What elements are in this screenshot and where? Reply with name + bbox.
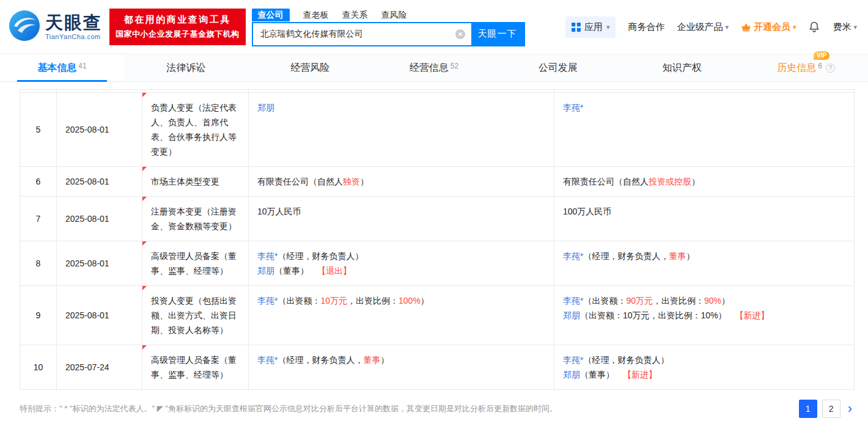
- cell-line: 李莼*（经理，财务负责人）: [563, 353, 845, 367]
- chevron-down-icon: ▾: [793, 23, 796, 31]
- change-date-cell: 2025-07-24: [57, 345, 142, 390]
- change-item-cell: 高级管理人员备案（董事、监事、经理等）: [142, 241, 249, 286]
- tab-operation-info[interactable]: 经营信息52: [372, 54, 496, 81]
- user-name: 费米: [833, 21, 851, 33]
- cell-text: 100%: [399, 296, 421, 306]
- change-item-text: 投资人变更（包括出资额、出资方式、出资日期、投资人名称等）: [151, 296, 237, 335]
- tab-count: 6: [818, 62, 822, 70]
- cell-text: （出资额：10万元，出资比例：10%）: [580, 310, 735, 320]
- corner-mark-icon: [142, 241, 147, 246]
- cell-text: ，出资比例：: [653, 296, 704, 306]
- cell-text: （董事）: [274, 266, 317, 276]
- change-item-cell: 注册资本变更（注册资金、资金数额等变更）: [142, 197, 249, 241]
- row-number-cell: 10: [20, 345, 57, 390]
- next-page-button[interactable]: ›: [845, 400, 855, 418]
- change-item-cell: 高级管理人员备案（董事、监事、经理等）: [142, 345, 249, 390]
- chevron-down-icon: ▾: [725, 23, 729, 31]
- before-change-cell: 李莼*（经理，财务负责人）郑朋（董事） 【退出】: [249, 241, 554, 286]
- search-button[interactable]: 天眼一下: [471, 23, 524, 45]
- search-tab-risk[interactable]: 查风险: [381, 9, 407, 21]
- tab-development[interactable]: 公司发展: [496, 54, 620, 81]
- table-row: 62025-08-01市场主体类型变更有限责任公司（自然人独资）有限责任公司（自…: [20, 167, 855, 197]
- logo-brand: 天眼查: [45, 13, 102, 32]
- cell-line: 李莼*（经理，财务负责人）: [257, 249, 545, 263]
- user-menu[interactable]: 费米 ▾: [833, 21, 857, 33]
- tab-label: 知识产权: [663, 62, 702, 75]
- search-input-wrap: [253, 23, 471, 45]
- entity-link[interactable]: 郑朋: [563, 310, 580, 320]
- before-change-cell: 李莼*（出资额：10万元，出资比例：100%）: [249, 286, 554, 345]
- cell-line: 100万人民币: [563, 204, 845, 219]
- change-item-text: 高级管理人员备案（董事、监事、经理等）: [151, 251, 237, 276]
- entity-link[interactable]: 李莼*: [563, 251, 583, 261]
- tab-operation-risk[interactable]: 经营风险: [248, 54, 372, 81]
- tab-history[interactable]: 历史信息VIP6?: [744, 54, 868, 81]
- tab-label: 经营信息: [410, 62, 449, 75]
- search-tab-relation[interactable]: 查关系: [342, 9, 368, 21]
- notification-bell-icon[interactable]: [808, 21, 820, 33]
- cell-text: 【退出】: [317, 266, 351, 276]
- cell-text: 10万人民币: [257, 207, 301, 216]
- menu-enterprise-products[interactable]: 企业级产品 ▾: [677, 21, 729, 33]
- table-row: 82025-08-01高级管理人员备案（董事、监事、经理等）李莼*（经理，财务负…: [20, 241, 855, 286]
- logo-text: 天眼查 TianYanCha.com: [45, 13, 102, 40]
- apps-menu[interactable]: 应用 ▾: [565, 16, 616, 38]
- change-date-cell: 2025-08-01: [57, 197, 142, 241]
- entity-link[interactable]: 李莼*: [257, 355, 278, 365]
- cell-text: 投资或控股: [649, 177, 691, 186]
- tianyancha-logo[interactable]: 天眼查 TianYanCha.com: [9, 10, 102, 44]
- cell-text: 董事: [363, 355, 380, 365]
- cell-text: 有限责任公司（自然人: [257, 177, 343, 186]
- header-right-menu: 应用 ▾ 商务合作 企业级产品 ▾ 开通会员 ▾: [565, 16, 859, 38]
- entity-link[interactable]: 李莼*: [563, 355, 583, 365]
- help-icon[interactable]: ?: [826, 64, 835, 73]
- slogan-banner: 都在用的商业查询工具 国家中小企业发展子基金旗下机构: [109, 9, 246, 45]
- entity-link[interactable]: 郑朋: [563, 370, 580, 379]
- cell-line: 李莼*: [563, 100, 845, 115]
- tab-basic-info[interactable]: 基本信息41: [0, 54, 124, 81]
- change-records-table: 52025-08-01负责人变更（法定代表人、负责人、首席代表、合伙事务执行人等…: [20, 89, 855, 390]
- entity-link[interactable]: 李莼*: [563, 103, 583, 112]
- page-button-2[interactable]: 2: [822, 400, 840, 418]
- cell-line: 郑朋: [257, 100, 545, 115]
- cell-line: 有限责任公司（自然人独资）: [257, 174, 545, 189]
- menu-open-vip[interactable]: 开通会员 ▾: [741, 21, 796, 33]
- corner-mark-icon: [142, 286, 147, 290]
- tab-ip[interactable]: 知识产权: [620, 54, 744, 81]
- entity-link[interactable]: 李莼*: [563, 296, 583, 306]
- menu-business-cooperation[interactable]: 商务合作: [628, 21, 664, 33]
- cell-line: 李莼*（出资额：90万元，出资比例：90%）: [563, 293, 845, 308]
- chevron-down-icon: ▾: [606, 23, 610, 31]
- cell-text: ，出资比例：: [347, 296, 399, 306]
- cell-text: 独资: [343, 177, 360, 186]
- clear-search-icon[interactable]: [455, 29, 465, 39]
- cell-text: （经理，财务负责人）: [278, 251, 363, 261]
- search-tab-boss[interactable]: 查老板: [303, 9, 329, 21]
- slogan-line1: 都在用的商业查询工具: [116, 14, 240, 26]
- footer: 特别提示：" * "标识的为法定代表人。" ◤ "角标标识的为天眼查根据官网公示…: [20, 400, 855, 418]
- cell-line: 有限责任公司（自然人投资或控股）: [563, 174, 845, 189]
- cell-text: ）: [380, 355, 389, 365]
- entity-link[interactable]: 郑朋: [257, 266, 274, 276]
- search-tab-company[interactable]: 查公司: [252, 9, 290, 21]
- tab-count: 41: [78, 62, 86, 70]
- cell-line: 李莼*（经理，财务负责人，董事）: [563, 249, 845, 263]
- cell-text: ）: [686, 251, 694, 261]
- cell-line: 李莼*（经理，财务负责人，董事）: [257, 353, 545, 367]
- tab-legal[interactable]: 法律诉讼: [124, 54, 248, 81]
- after-change-cell: 有限责任公司（自然人投资或控股）: [554, 167, 855, 197]
- search-area: 查公司查老板查关系查风险 天眼一下: [252, 8, 525, 46]
- after-change-cell: 李莼*: [554, 93, 855, 167]
- entity-link[interactable]: 李莼*: [257, 251, 278, 261]
- cell-text: （出资额：: [278, 296, 320, 306]
- corner-mark-icon: [142, 345, 147, 350]
- nav-tabs: 基本信息41法律诉讼经营风险经营信息52公司发展知识产权历史信息VIP6?: [0, 54, 868, 82]
- cell-text: 有限责任公司（自然人: [563, 177, 649, 186]
- cell-line: 郑朋（董事） 【新进】: [563, 367, 845, 382]
- search-input[interactable]: [253, 23, 471, 45]
- entity-link[interactable]: 郑朋: [257, 103, 274, 112]
- page-button-1[interactable]: 1: [799, 400, 817, 418]
- tab-label: 法律诉讼: [166, 62, 205, 75]
- entity-link[interactable]: 李莼*: [257, 296, 278, 306]
- chevron-down-icon: ▾: [853, 23, 857, 31]
